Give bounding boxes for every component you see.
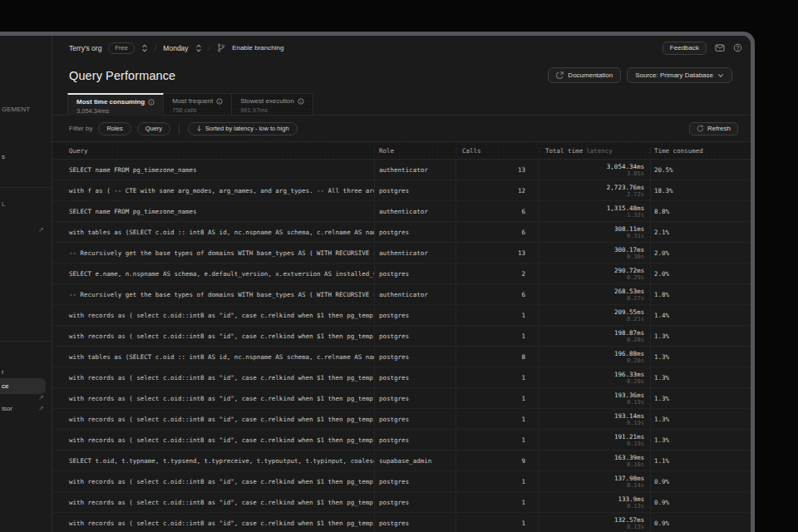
external-link-arrow-icon[interactable]: ↗ xyxy=(38,394,44,401)
column-header-calls[interactable]: Calls xyxy=(456,147,539,155)
mail-icon[interactable] xyxy=(715,43,725,52)
table-row[interactable]: with records as ( select c.oid::int8 as … xyxy=(52,492,751,513)
table-row[interactable]: with records as ( select c.oid::int8 as … xyxy=(52,513,751,532)
calls-cell: 1 xyxy=(456,367,539,387)
table-row[interactable]: with f as ( -- CTE with sane arg_modes, … xyxy=(52,180,751,201)
total-time-ms: 198.87ms xyxy=(614,329,644,337)
total-time-cell: 209.55ms 0.21s xyxy=(539,305,651,325)
table-row[interactable]: -- Recursively get the base types of dom… xyxy=(52,284,751,305)
table-row[interactable]: SELECT name FROM pg_timezone_names authe… xyxy=(52,160,751,180)
column-header-total-time[interactable]: Total time latency xyxy=(539,147,651,155)
table-row[interactable]: with tables as (SELECT c.oid :: int8 AS … xyxy=(52,222,751,243)
table-row[interactable]: with records as ( select c.oid::int8 as … xyxy=(52,388,751,409)
column-header-query[interactable]: Query xyxy=(52,147,375,155)
info-icon xyxy=(216,98,223,105)
time-consumed-cell: 1.3% xyxy=(651,388,751,408)
total-time-seconds: 0.20s xyxy=(627,337,644,343)
role-cell: authenticator xyxy=(375,243,456,263)
org-name[interactable]: Terry's org xyxy=(69,44,101,52)
time-consumed-cell: 20.5% xyxy=(651,160,751,180)
column-header-time-consumed[interactable]: Time consumed xyxy=(651,147,751,155)
calls-cell: 9 xyxy=(456,451,539,470)
total-time-ms: 193.14ms xyxy=(614,412,644,420)
tab-slowest-execution[interactable]: Slowest execution 991.97ms xyxy=(232,93,313,116)
calls-cell: 1 xyxy=(456,388,539,408)
main-panel: Terry's org Free / Monday / Enable branc… xyxy=(52,36,751,532)
table-row[interactable]: with records as ( select c.oid::int8 as … xyxy=(52,430,751,451)
total-time-seconds: 0.19s xyxy=(627,441,644,447)
arrow-down-icon xyxy=(196,125,202,132)
total-time-ms: 308.11ms xyxy=(614,225,644,233)
source-selector[interactable]: Source: Primary Database xyxy=(627,67,732,83)
sort-button[interactable]: Sorted by latency - low to high xyxy=(188,122,297,135)
desktop-background: GEMENT s L ↗ r ce ↗ isor ↗ Terry's org F… xyxy=(0,0,798,532)
project-name[interactable]: Monday xyxy=(163,44,188,52)
table-row[interactable]: with records as ( select c.oid::int8 as … xyxy=(52,471,751,492)
sidebar-divider xyxy=(0,187,52,188)
total-time-cell: 132.57ms 0.13s xyxy=(539,513,651,532)
time-consumed-cell: 8.8% xyxy=(651,201,751,221)
table-row[interactable]: with records as ( select c.oid::int8 as … xyxy=(52,326,751,347)
calls-cell: 13 xyxy=(456,160,539,180)
roles-filter-button[interactable]: Roles xyxy=(98,122,131,135)
chevrons-up-down-icon[interactable] xyxy=(141,44,148,52)
tab-metric: 991.97ms xyxy=(240,106,303,114)
query-cell: SELECT e.name, n.nspname AS schema, e.de… xyxy=(52,264,375,283)
refresh-button[interactable]: Refresh xyxy=(689,122,738,135)
sidebar-item[interactable]: s xyxy=(2,153,5,160)
refresh-label: Refresh xyxy=(707,125,731,132)
total-time-cell: 290.72ms 0.29s xyxy=(539,264,651,283)
query-cell: with records as ( select c.oid::int8 as … xyxy=(52,409,375,429)
enable-branching-button[interactable]: Enable branching xyxy=(232,44,283,52)
documentation-button[interactable]: Documentation xyxy=(548,67,621,83)
refresh-icon xyxy=(697,125,704,132)
table-row[interactable]: SELECT e.name, n.nspname AS schema, e.de… xyxy=(52,264,751,284)
page-title: Query Performance xyxy=(69,69,175,82)
calls-cell: 1 xyxy=(456,430,539,450)
table-row[interactable]: with records as ( select c.oid::int8 as … xyxy=(52,409,751,430)
total-time-seconds: 0.29s xyxy=(627,274,644,281)
query-filter-button[interactable]: Query xyxy=(137,122,170,135)
table-row[interactable]: SELECT t.oid, t.typname, t.typsend, t.ty… xyxy=(52,451,751,471)
sidebar-item-query-performance[interactable]: ce xyxy=(0,378,46,394)
tab-most-time-consuming[interactable]: Most time consuming 3,054.34ms xyxy=(67,93,164,116)
calls-cell: 1 xyxy=(456,492,539,512)
column-header-role[interactable]: Role xyxy=(375,147,456,155)
sidebar-item[interactable]: r xyxy=(2,368,4,376)
help-icon[interactable] xyxy=(733,43,742,52)
page-header: Query Performance Documentation Source: … xyxy=(52,60,751,91)
feedback-button[interactable]: Feedback xyxy=(663,42,707,55)
total-time-cell: 133.9ms 0.13s xyxy=(539,492,651,512)
total-time-cell: 308.11ms 0.31s xyxy=(539,222,651,242)
table-row[interactable]: SELECT name FROM pg_timezone_names authe… xyxy=(52,201,751,222)
calls-cell: 1 xyxy=(456,471,539,491)
query-cell: -- Recursively get the base types of dom… xyxy=(52,243,375,263)
total-time-ms: 268.53ms xyxy=(614,288,644,295)
sidebar-item-label: ce xyxy=(2,382,8,390)
filter-separator xyxy=(179,123,180,134)
sidebar-item-advisor[interactable]: isor xyxy=(2,405,12,412)
time-consumed-cell: 1.3% xyxy=(651,326,751,346)
source-label: Source: Primary Database xyxy=(635,71,713,79)
total-time-ms: 2,723.76ms xyxy=(607,184,644,191)
table-row[interactable]: with records as ( select c.oid::int8 as … xyxy=(52,305,751,326)
total-time-cell: 268.53ms 0.27s xyxy=(539,284,651,304)
role-cell: postgres xyxy=(375,471,456,491)
time-consumed-cell: 1.3% xyxy=(651,409,751,429)
tab-most-frequent[interactable]: Most frequent 756 calls xyxy=(164,93,232,116)
chevrons-up-down-icon[interactable] xyxy=(195,44,202,52)
role-cell: postgres xyxy=(375,305,456,325)
external-link-arrow-icon[interactable]: ↗ xyxy=(38,226,44,234)
query-cell: with records as ( select c.oid::int8 as … xyxy=(52,513,375,532)
total-time-seconds: 3.05s xyxy=(627,170,644,177)
query-cell: with records as ( select c.oid::int8 as … xyxy=(52,492,375,512)
total-time-seconds: 0.31s xyxy=(627,233,644,239)
total-time-ms: 196.33ms xyxy=(614,371,644,378)
table-row[interactable]: with records as ( select c.oid::int8 as … xyxy=(52,367,751,388)
query-cell: -- Recursively get the base types of dom… xyxy=(52,284,375,304)
tab-metric: 756 calls xyxy=(172,106,223,114)
query-cell: with records as ( select c.oid::int8 as … xyxy=(52,305,375,325)
table-row[interactable]: -- Recursively get the base types of dom… xyxy=(52,243,751,264)
total-time-ms: 300.17ms xyxy=(614,246,644,254)
table-row[interactable]: with tables as (SELECT c.oid :: int8 AS … xyxy=(52,347,751,367)
